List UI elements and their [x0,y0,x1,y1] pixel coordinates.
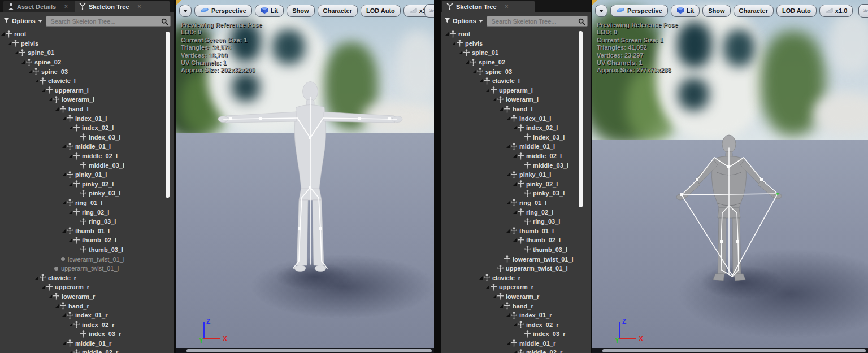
expander-arrow-icon[interactable] [8,42,11,45]
tree-row[interactable]: spine_02 [444,58,591,67]
tree-row[interactable]: ring_02_l [444,207,591,217]
tab-asset-details[interactable]: Asset Details × [3,1,84,12]
expander-arrow-icon[interactable] [506,145,510,148]
show-button[interactable]: Show [702,5,730,17]
tree-row[interactable]: index_01_l [444,114,591,123]
tree-row[interactable]: lowerarm_r [0,292,174,302]
tree-row[interactable]: upperarm_l [444,86,591,95]
tree-row[interactable]: index_02_l [0,123,174,133]
tree-row[interactable]: middle_02_r [0,348,174,353]
tree-row[interactable]: thumb_01_l [0,226,174,236]
tree-row[interactable]: ring_03_l [0,217,174,226]
tree-row[interactable]: middle_02_l [444,151,591,161]
expander-arrow-icon[interactable] [486,89,489,92]
lod-auto-button[interactable]: LOD Auto [361,5,401,17]
expander-arrow-icon[interactable] [62,313,66,317]
options-button[interactable]: Options [3,18,42,24]
expander-arrow-icon[interactable] [1,32,5,36]
expander-arrow-icon[interactable] [62,117,66,120]
expander-arrow-icon[interactable] [486,285,489,289]
tree-row[interactable]: pelvis [0,39,174,49]
expander-arrow-icon[interactable] [493,98,496,101]
tree-row[interactable]: index_03_r [444,329,591,339]
tree-row[interactable]: index_01_l [0,114,174,123]
tree-row[interactable]: upperarm_twist_01_l [0,264,174,273]
tree-row[interactable]: index_01_r [444,311,591,320]
tree-row[interactable]: clavicle_l [444,76,591,86]
tree-row[interactable]: lowerarm_l [444,95,591,104]
lit-mode-button[interactable]: Lit [255,5,284,17]
tree-row[interactable]: middle_01_r [444,339,591,348]
tree-row[interactable]: index_03_l [444,133,591,142]
tree-row[interactable]: upperarm_l [0,86,174,95]
tree-row[interactable]: pinky_03_l [0,189,174,198]
expander-arrow-icon[interactable] [500,107,503,111]
tab-close-icon[interactable]: × [505,3,509,10]
tab-close-icon[interactable]: × [64,3,68,10]
expander-arrow-icon[interactable] [69,126,72,129]
expander-arrow-icon[interactable] [513,238,517,242]
tree-row[interactable]: middle_01_l [0,142,174,151]
tree-row[interactable]: middle_01_r [0,339,174,348]
tree-row[interactable]: middle_03_l [444,160,591,170]
tree-row[interactable]: spine_01 [0,48,174,58]
tree-row[interactable]: upperarm_twist_01_l [444,264,591,273]
tab-close-icon[interactable]: × [138,3,141,10]
tree-row[interactable]: pinky_01_l [0,170,174,180]
tree-row[interactable]: thumb_02_l [0,236,174,245]
expander-arrow-icon[interactable] [513,154,517,158]
expander-arrow-icon[interactable] [55,107,59,111]
expander-arrow-icon[interactable] [69,182,72,186]
tree-row[interactable]: thumb_02_l [444,236,591,245]
expander-arrow-icon[interactable] [69,323,72,326]
expander-arrow-icon[interactable] [69,238,72,242]
expander-arrow-icon[interactable] [493,295,496,298]
expander-arrow-icon[interactable] [506,201,510,204]
tree-row[interactable]: root [444,29,591,39]
viewport-options-dropdown[interactable] [179,5,192,17]
viewport-options-dropdown[interactable] [595,5,607,17]
expander-arrow-icon[interactable] [513,211,517,214]
tree-row[interactable]: index_03_r [0,329,174,339]
expander-arrow-icon[interactable] [513,323,517,326]
tree-row[interactable]: pinky_02_l [444,180,591,189]
tree-row[interactable]: hand_r [444,301,591,311]
tree-row[interactable]: index_01_r [0,311,174,320]
show-button[interactable]: Show [287,5,314,17]
tree-row[interactable]: hand_l [0,104,174,114]
options-button[interactable]: Options [444,18,483,24]
expander-arrow-icon[interactable] [459,51,462,54]
expander-arrow-icon[interactable] [42,89,45,92]
tree-row[interactable]: root [0,29,174,39]
expander-arrow-icon[interactable] [479,276,483,280]
lod-auto-button[interactable]: LOD Auto [776,5,817,17]
tree-row[interactable]: thumb_01_l [444,226,591,236]
lit-mode-button[interactable]: Lit [671,5,700,17]
expander-arrow-icon[interactable] [69,351,72,353]
expander-arrow-icon[interactable] [500,304,503,308]
perspective-button[interactable]: Perspective [610,5,668,17]
expander-arrow-icon[interactable] [479,79,483,82]
tree-row[interactable]: lowerarm_twist_01_l [444,254,591,264]
expander-arrow-icon[interactable] [506,117,510,120]
expander-arrow-icon[interactable] [62,173,66,176]
tree-row[interactable]: pinky_01_l [444,170,591,180]
tab-skeleton-tree[interactable]: Skeleton Tree × [442,1,535,12]
expander-arrow-icon[interactable] [513,351,517,353]
toolbar-overflow-button[interactable]: ≫ [858,4,868,18]
character-button[interactable]: Character [734,5,774,17]
expander-arrow-icon[interactable] [21,60,25,64]
tree-row[interactable]: thumb_03_l [444,245,591,255]
tree-row[interactable]: spine_03 [444,67,591,76]
tree-row[interactable]: middle_01_l [444,142,591,151]
tree-row[interactable]: middle_02_l [0,151,174,161]
expander-arrow-icon[interactable] [506,342,510,345]
tree-row[interactable]: pelvis [444,39,591,49]
tree-row[interactable]: ring_02_l [0,207,174,217]
expander-arrow-icon[interactable] [62,229,66,233]
tree-row[interactable]: pinky_03_l [444,189,591,198]
expander-arrow-icon[interactable] [506,313,510,317]
expander-arrow-icon[interactable] [69,154,72,158]
expander-arrow-icon[interactable] [55,304,59,308]
search-input[interactable] [487,16,588,27]
